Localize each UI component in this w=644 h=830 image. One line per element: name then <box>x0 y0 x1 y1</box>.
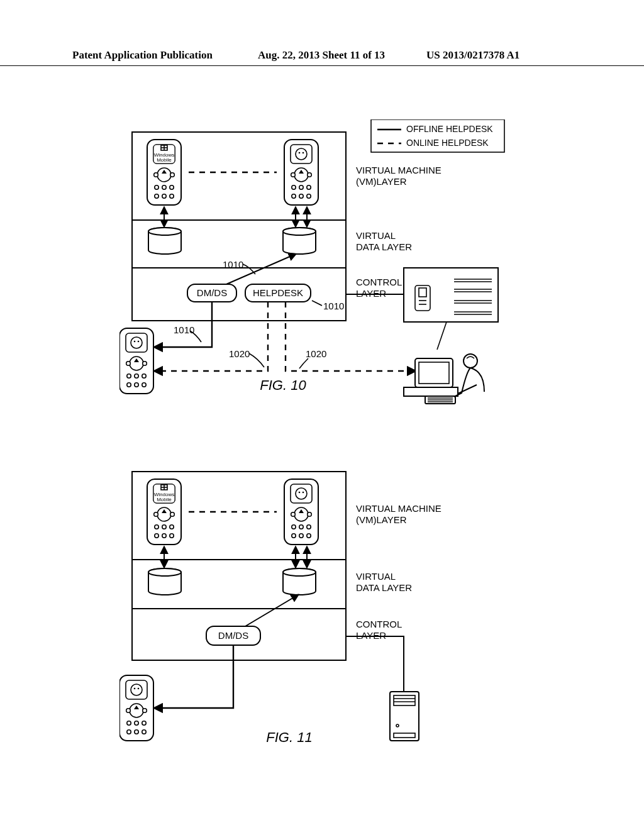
label-vm-2: VIRTUAL MACHINE(VM)LAYER <box>356 503 441 525</box>
ref-1020-b: 1020 <box>306 348 326 359</box>
cylinder-left-icon <box>148 228 181 254</box>
label-vm-1: VIRTUAL MACHINE(VM)LAYER <box>356 165 441 187</box>
server-tower-icon <box>390 692 419 741</box>
phone-external-icon-2 <box>119 675 153 741</box>
ref-1010-b: 1010 <box>323 301 344 311</box>
ref-1020-a: 1020 <box>229 348 250 359</box>
figure-11-caption: FIG. 11 <box>266 729 312 745</box>
label-data-2: VIRTUALDATA LAYER <box>356 571 412 593</box>
dmds-button-2: DM/DS <box>218 630 248 641</box>
phone-external-icon <box>119 328 153 394</box>
cylinder-right-icon <box>283 228 316 254</box>
legend-box: OFFLINE HELPDESK ONLINE HELPDESK <box>371 119 504 152</box>
legend-offline: OFFLINE HELPDESK <box>406 124 493 134</box>
legend-online: ONLINE HELPDESK <box>406 138 489 148</box>
label-ctrl-2: CONTROLLAYER <box>356 619 402 641</box>
cylinder-right-icon-2 <box>283 568 316 595</box>
header-mid: Aug. 22, 2013 Sheet 11 of 13 <box>258 49 385 62</box>
label-ctrl-1: CONTROLLAYER <box>356 277 402 299</box>
label-data-1: VIRTUALDATA LAYER <box>356 230 412 252</box>
header-right: US 2013/0217378 A1 <box>426 49 519 62</box>
figure-11: VIRTUAL MACHINE(VM)LAYER VIRTUALDATA LAY… <box>119 465 522 761</box>
figure-10-caption: FIG. 10 <box>260 377 306 393</box>
ref-1010-c: 1010 <box>174 324 194 335</box>
dmds-button-1: DM/DS <box>197 287 227 298</box>
figure-10: Windows Mobile <box>119 119 560 446</box>
helpdesk-button: HELPDESK <box>253 287 303 298</box>
operator-icon <box>404 354 484 404</box>
phone-linux-icon-2 <box>284 479 318 545</box>
dialog-window-icon <box>404 268 498 322</box>
cylinder-left-icon-2 <box>148 568 181 595</box>
header-left: Patent Application Publication <box>72 49 213 62</box>
page-header: Patent Application Publication Aug. 22, … <box>0 49 644 66</box>
phone-windows-icon <box>147 140 181 205</box>
ref-1010-a: 1010 <box>223 259 243 270</box>
phone-windows-icon-2 <box>147 479 181 545</box>
phone-linux-icon <box>284 140 318 205</box>
